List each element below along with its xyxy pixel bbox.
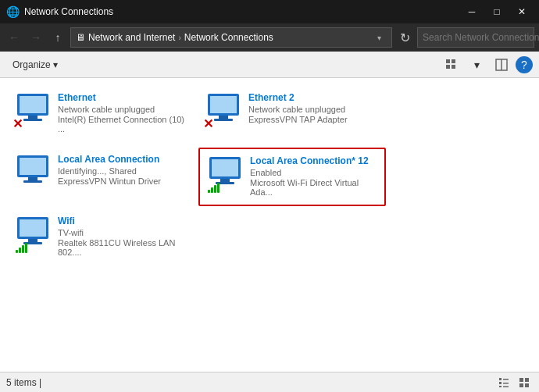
minimize-button[interactable]: ─: [461, 4, 483, 20]
svg-rect-8: [28, 116, 37, 119]
content-area: ✕ Ethernet Network cable unplugged Intel…: [0, 78, 539, 372]
svg-rect-2: [446, 65, 450, 69]
item-name-ethernet: Ethernet: [58, 92, 189, 103]
svg-rect-12: [219, 116, 228, 119]
item-name-local-area-12: Local Area Connection* 12: [250, 155, 378, 166]
svg-rect-1: [452, 59, 455, 63]
item-status-ethernet2: Network cable unplugged: [248, 105, 380, 114]
svg-rect-34: [519, 383, 523, 387]
svg-rect-32: [519, 378, 523, 382]
path-segment-2: Network Connections: [184, 32, 273, 43]
item-info-local-area-12: Local Area Connection* 12 Enabled Micros…: [250, 155, 378, 197]
svg-rect-9: [23, 119, 42, 121]
up-button[interactable]: ↑: [48, 28, 67, 47]
view-dropdown-button[interactable]: ▾: [466, 55, 487, 75]
signal-icon-wifi: [16, 241, 27, 253]
item-info-ethernet2: Ethernet 2 Network cable unplugged Expre…: [248, 92, 380, 124]
path-icon: 🖥: [76, 32, 85, 43]
maximize-button[interactable]: □: [486, 4, 508, 20]
organize-label: Organize: [12, 59, 51, 70]
network-item-wifi[interactable]: Wifi TV-wifi Realtek 8811CU Wireless LAN…: [8, 209, 195, 268]
path-dropdown-button[interactable]: ▾: [371, 30, 387, 45]
toolbar: Organize ▾ ▾ ?: [0, 52, 539, 78]
icon-wrap-ethernet2: ✕: [205, 92, 242, 130]
icon-wrap-wifi: [14, 216, 52, 253]
preview-pane-button[interactable]: [491, 55, 512, 75]
item-status-local-area-12: Enabled: [250, 168, 378, 177]
item-name-local-area: Local Area Connection: [58, 154, 189, 165]
item-info-ethernet: Ethernet Network cable unplugged Intel(R…: [58, 92, 189, 134]
forward-button[interactable]: →: [27, 28, 45, 47]
svg-rect-30: [499, 386, 502, 387]
svg-rect-20: [220, 179, 230, 182]
svg-rect-35: [525, 383, 529, 387]
svg-rect-24: [28, 239, 37, 242]
icon-wrap-local-area-12: [206, 155, 244, 193]
svg-rect-23: [20, 219, 46, 237]
status-details-view-button[interactable]: [495, 375, 512, 390]
icon-wrap-local-area: [14, 154, 52, 191]
item-adapter-ethernet2: ExpressVPN TAP Adapter: [248, 115, 380, 124]
details-view-icon: [498, 377, 509, 388]
item-status-wifi: TV-wifi: [58, 228, 189, 237]
item-status-local-area: Identifying..., Shared: [58, 166, 189, 176]
address-path[interactable]: 🖥 Network and Internet › Network Connect…: [70, 27, 392, 48]
svg-rect-19: [212, 159, 238, 176]
svg-rect-33: [525, 378, 529, 382]
status-count: 5 items |: [6, 377, 41, 388]
svg-rect-26: [499, 378, 502, 380]
error-overlay-ethernet2: ✕: [203, 116, 213, 131]
icon-wrap-ethernet: ✕: [14, 92, 52, 130]
svg-rect-16: [28, 177, 37, 180]
network-item-local-area[interactable]: Local Area Connection Identifying..., Sh…: [8, 148, 195, 206]
main-content: ✕ Ethernet Network cable unplugged Intel…: [0, 78, 539, 372]
search-box[interactable]: 🔍: [417, 27, 534, 48]
svg-rect-15: [20, 158, 46, 175]
network-item-ethernet[interactable]: ✕ Ethernet Network cable unplugged Intel…: [8, 86, 195, 144]
window-icon: 🌐: [6, 5, 20, 18]
status-bar: 5 items |: [0, 372, 539, 392]
tiles-view-icon: [519, 377, 530, 388]
item-name-wifi: Wifi: [58, 216, 189, 226]
svg-rect-3: [452, 65, 455, 69]
title-bar-left: 🌐 Network Connections: [6, 5, 113, 18]
svg-rect-11: [210, 96, 237, 113]
svg-rect-27: [503, 379, 509, 380]
network-item-local-area-12[interactable]: Local Area Connection* 12 Enabled Micros…: [198, 148, 386, 206]
item-adapter-wifi: Realtek 8811CU Wireless LAN 802....: [58, 238, 189, 257]
item-adapter-local-area: ExpressVPN Wintun Driver: [58, 176, 189, 186]
item-info-wifi: Wifi TV-wifi Realtek 8811CU Wireless LAN…: [58, 216, 189, 257]
refresh-button[interactable]: ↻: [395, 28, 414, 47]
svg-rect-31: [503, 386, 509, 387]
error-overlay-ethernet: ✕: [12, 116, 23, 131]
svg-rect-7: [20, 96, 46, 113]
svg-rect-29: [503, 383, 509, 384]
title-controls: ─ □ ✕: [461, 4, 533, 20]
svg-rect-13: [214, 119, 233, 121]
svg-rect-17: [23, 180, 42, 183]
help-button[interactable]: ?: [516, 56, 533, 73]
address-bar: ← → ↑ 🖥 Network and Internet › Network C…: [0, 23, 539, 52]
item-info-local-area: Local Area Connection Identifying..., Sh…: [58, 154, 189, 186]
signal-icon-local-area-12: [208, 180, 220, 193]
item-name-ethernet2: Ethernet 2: [248, 92, 380, 103]
path-segment-1: Network and Internet: [88, 32, 175, 43]
pane-icon: [495, 59, 508, 71]
network-item-ethernet2[interactable]: ✕ Ethernet 2 Network cable unplugged Exp…: [198, 86, 386, 144]
svg-rect-0: [446, 59, 450, 63]
path-arrow-1: ›: [178, 34, 180, 42]
title-bar: 🌐 Network Connections ─ □ ✕: [0, 0, 539, 23]
computer-icon-local-area: [14, 154, 52, 188]
status-tiles-view-button[interactable]: [516, 375, 533, 390]
search-input[interactable]: [423, 32, 539, 43]
window-title: Network Connections: [24, 6, 113, 17]
item-adapter-local-area-12: Microsoft Wi-Fi Direct Virtual Ada...: [250, 178, 378, 197]
item-status-ethernet: Network cable unplugged: [58, 105, 189, 114]
change-view-button[interactable]: [441, 55, 462, 75]
svg-rect-28: [499, 382, 502, 384]
item-adapter-ethernet: Intel(R) Ethernet Connection (10) ...: [58, 115, 189, 134]
organize-button[interactable]: Organize ▾: [6, 55, 64, 75]
back-button[interactable]: ←: [5, 28, 23, 47]
view-grid-icon: [445, 59, 458, 71]
close-button[interactable]: ✕: [511, 4, 533, 20]
